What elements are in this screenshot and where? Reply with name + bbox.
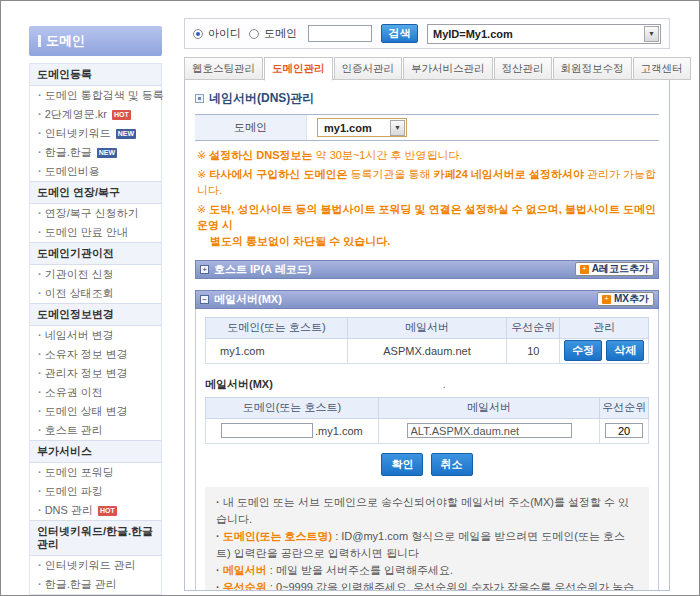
bullet-icon [216, 564, 223, 576]
sidebar-item-keyword-manage[interactable]: 인터넷키워드 관리 [30, 556, 161, 575]
mx-section-content: 도메인(또는 호스트) 메일서버 우선순위 관리 my1.com ASPMX.d… [195, 309, 659, 591]
dropdown-arrow-icon[interactable] [390, 120, 405, 136]
mx-section-bar: − 메일서버(MX) MX추가 [195, 290, 659, 309]
new-badge: NEW [116, 129, 136, 139]
sidebar-item-nameserver-change[interactable]: 네임서버 변경 [30, 326, 161, 345]
sidebar-item-hangul-hangul[interactable]: 한글.한글NEW [30, 143, 161, 162]
radio-domain-label[interactable]: 도메인 [264, 26, 297, 41]
page-title: 네임서버(DNS)관리 [209, 90, 314, 107]
bullet-icon [216, 496, 223, 508]
bullet-icon [38, 287, 42, 300]
radio-id[interactable] [193, 29, 203, 39]
sidebar-section-renewal: 도메인 연장/복구 연장/복구 신청하기 도메인 만료 안내 [30, 181, 161, 242]
hot-badge: HOT [98, 506, 117, 516]
collapse-icon[interactable]: − [200, 295, 209, 304]
account-select[interactable]: MyID=My1.com [427, 24, 661, 44]
tab-addon-service[interactable]: 부가서비스관리 [403, 57, 493, 80]
confirm-button[interactable]: 확인 [381, 453, 423, 476]
cell-actions: 수정 삭제 [560, 338, 649, 363]
section-square-icon [195, 94, 204, 103]
bullet-icon [38, 367, 42, 380]
tab-webhosting[interactable]: 웹호스팅관리 [184, 57, 263, 80]
main-panel: 네임서버(DNS)관리 도메인 my1.com ※ 설정하신 DNS정보는 약 … [184, 79, 670, 591]
sidebar-item-hangul-manage[interactable]: 한글.한글 관리 [30, 575, 161, 594]
add-mx-button[interactable]: MX추가 [597, 292, 654, 306]
sidebar-item-owner-info-change[interactable]: 소유자 정보 변경 [30, 345, 161, 364]
bullet-icon [38, 559, 42, 572]
form-buttons: 확인 취소 [205, 453, 649, 476]
add-a-record-button[interactable]: A레코드추가 [575, 262, 654, 276]
sidebar-section-transfer: 도메인기관이전 기관이전 신청 이전 상태조회 [30, 242, 161, 303]
tab-domain[interactable]: 도메인관리 [264, 57, 333, 81]
sidebar-item-domain-search[interactable]: 도메인 통합검색 및 등록 [30, 86, 161, 105]
sidebar-item-domain-price[interactable]: 도메인비용 [30, 162, 161, 181]
domain-label: 도메인 [195, 115, 307, 140]
sidebar-item-dns-manage[interactable]: DNS 관리HOT [30, 501, 161, 520]
sidebar-section-info-change: 도메인정보변경 네임서버 변경 소유자 정보 변경 관리자 정보 변경 소유권 … [30, 303, 161, 440]
domain-select[interactable]: my1.com [317, 118, 407, 137]
form-cell-host: .my1.com [206, 418, 379, 443]
edit-button[interactable]: 수정 [564, 340, 602, 361]
cell-priority: 10 [507, 338, 560, 363]
host-input[interactable] [221, 423, 313, 438]
mailserver-input[interactable] [407, 423, 572, 438]
search-input[interactable] [308, 25, 372, 42]
cancel-button[interactable]: 취소 [431, 453, 473, 476]
sidebar-item-expire-notice[interactable]: 도메인 만료 안내 [30, 223, 161, 242]
stray-dot: . [443, 378, 446, 390]
sidebar-item-2nd-level-kr[interactable]: 2단계영문.krHOT [30, 105, 161, 124]
radio-domain[interactable] [249, 29, 259, 39]
col-header-host: 도메인(또는 호스트) [206, 317, 348, 338]
bullet-icon [38, 348, 42, 361]
sidebar-item-renew-apply[interactable]: 연장/복구 신청하기 [30, 204, 161, 223]
mx-title: 메일서버(MX) [214, 292, 592, 307]
bullet-icon [38, 405, 42, 418]
bullet-icon [38, 226, 42, 239]
search-button[interactable]: 검색 [381, 24, 418, 43]
section-header: 부가서비스 [30, 440, 161, 463]
bullet-icon [38, 207, 42, 220]
sidebar-section-addon: 부가서비스 도메인 포워딩 도메인 파킹 DNS 관리HOT [30, 440, 161, 520]
sidebar-item-admin-info-change[interactable]: 관리자 정보 변경 [30, 364, 161, 383]
note-line: 메일서버 : 메일 받을 서버주소를 입력해주세요. [216, 562, 638, 579]
domain-select-value: my1.com [324, 122, 372, 134]
bullet-icon [38, 89, 42, 102]
bullet-icon [38, 146, 42, 159]
tab-billing[interactable]: 정산관리 [494, 57, 552, 80]
sidebar-item-host-manage[interactable]: 호스트 관리 [30, 421, 161, 440]
sidebar-item-domain-parking[interactable]: 도메인 파킹 [30, 482, 161, 501]
dropdown-arrow-icon[interactable] [644, 26, 659, 42]
note-line: 우선순위 : 0~9999 값을 입력해주세요. 우선순위의 숫자가 작을수록 … [216, 579, 638, 591]
sidebar-item-ownership-transfer[interactable]: 소유권 이전 [30, 383, 161, 402]
sidebar-section-keyword-hangul: 인터넷키워드/한글.한글관리 인터넷키워드 관리 한글.한글 관리 [30, 520, 161, 594]
notice-marker: ※ [197, 149, 206, 161]
form-header-priority: 우선순위 [600, 397, 649, 418]
tab-certificate[interactable]: 인증서관리 [334, 57, 403, 80]
bullet-icon [38, 127, 42, 140]
tab-customer-center[interactable]: 고객센터 [633, 57, 691, 80]
notice-marker: ※ [197, 168, 206, 180]
sidebar-item-transfer-apply[interactable]: 기관이전 신청 [30, 265, 161, 284]
col-header-manage: 관리 [560, 317, 649, 338]
plus-icon [602, 295, 611, 304]
host-suffix: .my1.com [315, 425, 363, 437]
tab-member-info[interactable]: 회원정보수정 [553, 57, 632, 80]
notice-illegal-site: ※ 도박, 성인사이트 등의 불법사이트 포워딩 및 연결은 설정하실 수 없으… [197, 202, 657, 250]
bullet-icon [38, 386, 42, 399]
page-title-row: 네임서버(DNS)관리 [195, 90, 659, 107]
priority-input[interactable] [605, 423, 643, 438]
delete-button[interactable]: 삭제 [606, 340, 644, 361]
notice-list: ※ 설정하신 DNS정보는 약 30분~1시간 후 반영됩니다. ※ 타사에서 … [197, 148, 657, 250]
form-header-mailserver: 메일서버 [378, 397, 600, 418]
sidebar-item-internet-keyword[interactable]: 인터넷키워드NEW [30, 124, 161, 143]
section-header: 도메인기관이전 [30, 242, 161, 265]
expand-icon[interactable]: + [200, 265, 209, 274]
bullet-icon [38, 424, 42, 437]
sidebar-item-domain-status-change[interactable]: 도메인 상태 변경 [30, 402, 161, 421]
sidebar-item-transfer-status[interactable]: 이전 상태조회 [30, 284, 161, 303]
sidebar: 도메인 도메인등록 도메인 통합검색 및 등록 2단계영문.krHOT 인터넷키… [29, 26, 162, 596]
radio-id-label[interactable]: 아이디 [208, 26, 241, 41]
sidebar-item-domain-forwarding[interactable]: 도메인 포워딩 [30, 463, 161, 482]
bullet-icon [216, 530, 223, 542]
title-bar-icon [38, 35, 41, 47]
